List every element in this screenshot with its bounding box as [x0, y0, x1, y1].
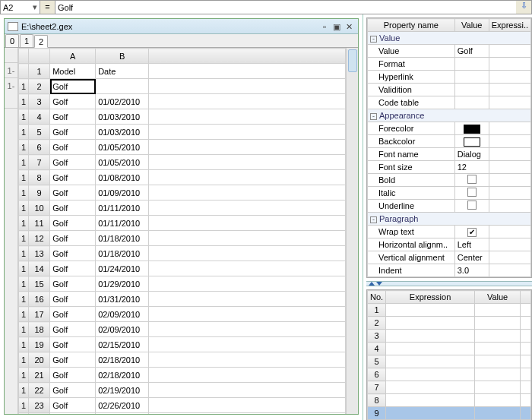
cell-a[interactable]: Golf [50, 368, 96, 383]
cell-rest[interactable] [149, 185, 346, 201]
cell-a[interactable]: Golf [50, 383, 96, 398]
prop-value[interactable]: Center [454, 251, 489, 264]
cell-rest[interactable] [149, 109, 346, 125]
cell-a[interactable]: Golf [50, 246, 96, 261]
sheet-tab-2[interactable]: 2 [34, 35, 48, 48]
row-gutter[interactable]: 1 [19, 185, 29, 201]
expr-cell-value[interactable] [475, 317, 521, 330]
minimize-button[interactable]: ▫ [318, 21, 331, 32]
cell-a[interactable]: Golf [50, 337, 96, 352]
cell-rest[interactable] [149, 413, 346, 415]
close-button[interactable]: ✕ [343, 21, 355, 32]
cell-a[interactable]: Golf [50, 292, 96, 307]
cell-b[interactable]: 01/18/2010 [96, 231, 149, 246]
row-header[interactable]: 1 [29, 64, 50, 79]
prop-value[interactable] [454, 200, 489, 213]
checkbox[interactable] [467, 175, 477, 184]
row-header[interactable]: 10 [29, 201, 50, 216]
row-gutter[interactable]: 1 [19, 140, 29, 155]
col-header-a[interactable]: A [50, 49, 96, 64]
row-header[interactable]: 5 [29, 125, 50, 140]
row-gutter[interactable] [19, 64, 29, 79]
outline-gutter[interactable]: 1- 1- [5, 48, 18, 414]
prop-expr[interactable] [489, 187, 530, 200]
expr-col-no[interactable]: No. [368, 291, 386, 304]
document-titlebar[interactable]: E:\sheet2.gex ▫ ▣ ✕ [5, 19, 358, 34]
prop-expr[interactable] [489, 226, 530, 238]
row-header[interactable]: 19 [29, 337, 50, 352]
row-gutter[interactable]: 1 [19, 368, 29, 383]
expr-row-no[interactable]: 8 [368, 394, 386, 407]
cell-b[interactable]: 01/11/2010 [96, 216, 149, 231]
expr-row-no[interactable]: 9 [368, 407, 386, 420]
row-gutter[interactable]: 1 [19, 261, 29, 276]
prop-value[interactable]: 12 [454, 161, 489, 174]
name-box-input[interactable] [3, 3, 32, 12]
row-gutter[interactable]: 1 [19, 292, 29, 307]
props-col-name[interactable]: Property name [368, 19, 455, 32]
cell-rest[interactable] [149, 140, 346, 155]
col-header-b[interactable]: B [96, 49, 149, 64]
row-gutter[interactable]: 1 [19, 125, 29, 140]
expr-cell-value[interactable] [475, 381, 521, 394]
expr-cell-expression[interactable] [386, 368, 475, 381]
cell-b[interactable]: Date [96, 64, 149, 79]
row-gutter[interactable]: 1 [19, 231, 29, 246]
cell-a[interactable]: Golf [50, 322, 96, 337]
row-gutter[interactable]: 1 [19, 79, 29, 94]
cell-rest[interactable] [149, 246, 346, 261]
prop-value[interactable] [454, 174, 489, 187]
row-gutter[interactable]: 1 [19, 109, 29, 125]
cell-b[interactable]: 01/05/2010 [96, 155, 149, 170]
cell-b[interactable]: 01/03/2010 [96, 109, 149, 125]
row-header[interactable]: 12 [29, 231, 50, 246]
color-swatch[interactable] [464, 125, 480, 134]
cell-b[interactable]: 03/11/2010 [96, 413, 149, 415]
expr-cell-expression[interactable] [386, 355, 475, 368]
row-gutter[interactable]: 1 [19, 337, 29, 352]
cell-a[interactable]: Golf [50, 170, 96, 185]
cell-a[interactable]: Golf [50, 79, 96, 94]
prop-value[interactable] [454, 58, 489, 71]
cell-b[interactable]: 01/18/2010 [96, 246, 149, 261]
cell-rest[interactable] [149, 231, 346, 246]
cell-rest[interactable] [149, 170, 346, 185]
cell-rest[interactable] [149, 79, 346, 94]
row-header[interactable]: 6 [29, 140, 50, 155]
cell-a[interactable]: Golf [50, 276, 96, 292]
checkbox[interactable] [467, 188, 477, 197]
prop-value[interactable] [454, 84, 489, 96]
prop-expr[interactable] [489, 45, 530, 58]
row-header[interactable]: 22 [29, 383, 50, 398]
cell-b[interactable]: 01/08/2010 [96, 170, 149, 185]
sheet-tab-1[interactable]: 1 [20, 34, 33, 47]
row-header[interactable]: 15 [29, 276, 50, 292]
formula-input-wrap[interactable] [55, 1, 516, 14]
cell-rest[interactable] [149, 216, 346, 231]
cell-b[interactable]: 01/02/2010 [96, 94, 149, 109]
formula-expand-icon[interactable]: ⇩ [516, 1, 531, 14]
props-col-expr[interactable]: Expressi.. [489, 19, 530, 32]
expr-row-no[interactable]: 3 [368, 330, 386, 343]
row-gutter[interactable]: 1 [19, 94, 29, 109]
cell-a[interactable]: Golf [50, 125, 96, 140]
checkbox[interactable] [467, 201, 477, 210]
cell-a[interactable]: Model [50, 64, 96, 79]
prop-expr[interactable] [489, 96, 530, 109]
cell-b[interactable]: 02/18/2010 [96, 352, 149, 368]
collapse-icon[interactable]: - [370, 113, 377, 120]
prop-expr[interactable] [489, 135, 530, 148]
prop-value[interactable]: Dialog [454, 148, 489, 161]
expr-row-no[interactable]: 5 [368, 355, 386, 368]
cell-b[interactable]: 02/18/2010 [96, 368, 149, 383]
name-box[interactable]: ▾ [1, 1, 40, 14]
col-header-rest[interactable] [149, 49, 346, 64]
expr-cell-expression[interactable] [386, 330, 475, 343]
cell-rest[interactable] [149, 155, 346, 170]
cell-a[interactable]: Golf [50, 185, 96, 201]
cell-rest[interactable] [149, 201, 346, 216]
cell-rest[interactable] [149, 94, 346, 109]
row-gutter[interactable]: 1 [19, 246, 29, 261]
expr-row-no[interactable]: 6 [368, 368, 386, 381]
row-header[interactable]: 14 [29, 261, 50, 276]
